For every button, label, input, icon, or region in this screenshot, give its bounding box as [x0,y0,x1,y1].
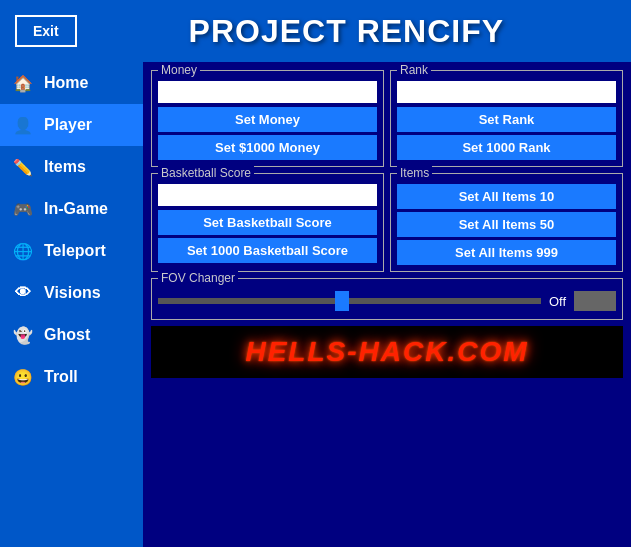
sidebar-item-home[interactable]: 🏠 Home [0,62,143,104]
sidebar-label-home: Home [44,74,88,92]
set-items-999-button[interactable]: Set All Items 999 [397,240,616,265]
money-legend: Money [158,63,200,77]
sidebar-item-player[interactable]: 👤 Player [0,104,143,146]
footer-banner: HELLS-HACK.COM [151,326,623,378]
rank-legend: Rank [397,63,431,77]
troll-icon: 😀 [12,366,34,388]
basketball-panel: Basketball Score Set Basketball Score Se… [151,173,384,272]
fov-legend: FOV Changer [158,271,238,285]
fov-toggle-button[interactable] [574,291,616,311]
set-1000-rank-button[interactable]: Set 1000 Rank [397,135,616,160]
sidebar-item-ingame[interactable]: 🎮 In-Game [0,188,143,230]
sidebar-label-items: Items [44,158,86,176]
row-basketball-items: Basketball Score Set Basketball Score Se… [151,173,623,272]
items-panel: Items Set All Items 10 Set All Items 50 … [390,173,623,272]
ingame-icon: 🎮 [12,198,34,220]
visions-icon: 👁 [12,282,34,304]
money-panel: Money Set Money Set $1000 Money [151,70,384,167]
sidebar-item-teleport[interactable]: 🌐 Teleport [0,230,143,272]
fov-panel: FOV Changer Off [151,278,623,320]
set-score-button[interactable]: Set Basketball Score [158,210,377,235]
header: Exit PROJECT RENCIFY [0,0,631,62]
set-items-50-button[interactable]: Set All Items 50 [397,212,616,237]
basketball-legend: Basketball Score [158,166,254,180]
ghost-icon: 👻 [12,324,34,346]
sidebar-item-visions[interactable]: 👁 Visions [0,272,143,314]
fov-off-label: Off [549,294,566,309]
sidebar-label-ingame: In-Game [44,200,108,218]
player-icon: 👤 [12,114,34,136]
content-area: Money Set Money Set $1000 Money Rank Set… [143,62,631,547]
app-title: PROJECT RENCIFY [77,13,616,50]
set-items-10-button[interactable]: Set All Items 10 [397,184,616,209]
fov-controls: Off [158,291,616,311]
footer-text: HELLS-HACK.COM [245,336,528,368]
sidebar-item-ghost[interactable]: 👻 Ghost [0,314,143,356]
set-money-button[interactable]: Set Money [158,107,377,132]
set-1000-money-button[interactable]: Set $1000 Money [158,135,377,160]
sidebar: 🏠 Home 👤 Player ✏️ Items 🎮 In-Game 🌐 Tel… [0,62,143,547]
money-input[interactable] [158,81,377,103]
items-legend: Items [397,166,432,180]
rank-input[interactable] [397,81,616,103]
set-rank-button[interactable]: Set Rank [397,107,616,132]
exit-button[interactable]: Exit [15,15,77,47]
sidebar-label-teleport: Teleport [44,242,106,260]
fov-slider[interactable] [158,298,541,304]
sidebar-item-items[interactable]: ✏️ Items [0,146,143,188]
home-icon: 🏠 [12,72,34,94]
sidebar-label-troll: Troll [44,368,78,386]
items-icon: ✏️ [12,156,34,178]
basketball-input[interactable] [158,184,377,206]
teleport-icon: 🌐 [12,240,34,262]
sidebar-label-ghost: Ghost [44,326,90,344]
sidebar-label-visions: Visions [44,284,101,302]
set-1000-score-button[interactable]: Set 1000 Basketball Score [158,238,377,263]
sidebar-label-player: Player [44,116,92,134]
main-layout: 🏠 Home 👤 Player ✏️ Items 🎮 In-Game 🌐 Tel… [0,62,631,547]
sidebar-item-troll[interactable]: 😀 Troll [0,356,143,398]
rank-panel: Rank Set Rank Set 1000 Rank [390,70,623,167]
row-money-rank: Money Set Money Set $1000 Money Rank Set… [151,70,623,167]
